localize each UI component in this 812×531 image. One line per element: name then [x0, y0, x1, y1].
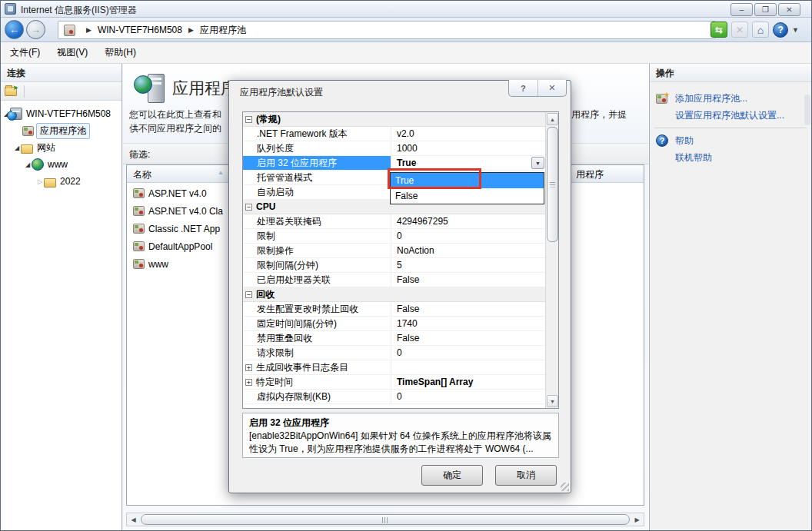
dropdown-option-false[interactable]: False — [391, 188, 544, 204]
grid-row[interactable]: 限制间隔(分钟) 5 — [243, 258, 545, 273]
collapse-icon[interactable]: − — [245, 204, 252, 211]
action-link[interactable]: 设置应用程序池默认设置... — [675, 109, 784, 122]
menu-view[interactable]: 视图(V) — [49, 43, 95, 62]
close-button[interactable]: ✕ — [778, 3, 800, 16]
save-connections-icon[interactable]: ➤ — [5, 87, 17, 96]
action-help[interactable]: ? 帮助 — [650, 132, 811, 149]
column-name[interactable]: 名称 — [133, 168, 151, 181]
refresh-button[interactable]: ⇆ — [710, 22, 727, 38]
breadcrumb-page[interactable]: 应用程序池 — [200, 24, 246, 37]
list-item-label[interactable]: DefaultAppPool — [148, 241, 212, 252]
collapse-icon[interactable]: − — [245, 291, 252, 298]
back-button[interactable]: ← — [5, 20, 24, 39]
page-description-line2: 供不同应用程序之间的 — [129, 122, 221, 135]
action-link[interactable]: 联机帮助 — [675, 151, 712, 164]
page-description-line1-cont: 用程序，并提 — [571, 108, 627, 121]
toolbar-divider — [24, 85, 25, 98]
apppool-defaults-dialog: 应用程序池默认设置 ? ✕ −(常规) .NET Framework 版本 v2… — [228, 80, 571, 493]
tree-item-label[interactable]: WIN-VTEF7H6M508 — [26, 108, 111, 119]
grid-row[interactable]: 虚拟内存限制(KB) 0 — [243, 390, 545, 404]
actions-scrollbar-thumb[interactable] — [804, 95, 810, 125]
scroll-up-icon[interactable]: ▲ — [547, 113, 558, 125]
grid-row[interactable]: 请求限制 0 — [243, 346, 545, 360]
list-item-label[interactable]: ASP.NET v4.0 — [148, 188, 207, 199]
grid-section-row[interactable]: −回收 — [243, 287, 545, 302]
maximize-button[interactable]: ❐ — [754, 3, 777, 16]
ok-button[interactable]: 确定 — [421, 465, 483, 486]
apppool-icon — [133, 188, 145, 198]
grid-row[interactable]: 限制操作 NoAction — [243, 244, 545, 258]
scroll-right-icon[interactable]: ▶ — [631, 513, 644, 526]
chevron-down-icon[interactable]: ▼ — [792, 26, 799, 34]
dialog-help-button[interactable]: ? — [509, 80, 537, 96]
globe-icon — [32, 158, 44, 171]
grid-row[interactable]: 队列长度 1000 — [243, 141, 545, 156]
scroll-left-icon[interactable]: ◀ — [127, 513, 140, 526]
tree-item-server[interactable]: ◢ WIN-VTEF7H6M508 — [1, 105, 121, 122]
grid-row[interactable]: 已启用处理器关联 False — [243, 273, 545, 287]
list-item-label[interactable]: Classic .NET App — [148, 224, 220, 234]
action-link[interactable]: 帮助 — [675, 134, 694, 148]
expand-icon[interactable]: + — [245, 364, 252, 371]
grid-row[interactable]: 固定时间间隔(分钟) 1740 — [243, 317, 545, 331]
resize-grip[interactable] — [561, 483, 569, 491]
tree-expander-icon[interactable]: ◢ — [13, 144, 21, 151]
action-set-defaults[interactable]: 设置应用程序池默认设置... — [650, 107, 811, 124]
folder-icon — [21, 144, 33, 154]
list-item-label[interactable]: www — [148, 259, 168, 270]
tree-item-label[interactable]: 应用程序池 — [36, 123, 90, 139]
combo-dropdown-button[interactable]: ▼ — [531, 157, 544, 169]
tree-item-label[interactable]: 2022 — [60, 176, 81, 187]
actions-header: 操作 — [650, 64, 811, 82]
menu-file[interactable]: 文件(F) — [2, 43, 48, 62]
tree-item-sites[interactable]: ◢ 网站 — [1, 139, 121, 156]
connections-panel: 连接 ➤ ◢ WIN-VTEF7H6M508 应用程序池 ◢ 网站 ◢ — [1, 64, 122, 530]
help-icon[interactable]: ? — [773, 22, 788, 38]
scroll-down-icon[interactable]: ▼ — [547, 395, 558, 407]
grid-row[interactable]: 处理器关联掩码 4294967295 — [243, 214, 545, 229]
action-add-apppool[interactable]: ★ 添加应用程序池... — [650, 90, 811, 107]
filter-label: 筛选: — [129, 148, 150, 161]
column-applications-fragment[interactable]: 用程序 — [571, 168, 604, 181]
collapse-icon[interactable]: − — [245, 116, 252, 123]
tree-item-www[interactable]: ◢ www — [1, 156, 121, 173]
tree-expander-icon[interactable]: ◢ — [24, 161, 32, 168]
breadcrumb[interactable]: ▶ WIN-VTEF7H6M508 ▶ 应用程序池 — [58, 21, 716, 39]
list-item-label[interactable]: ASP.NET v4.0 Cla — [148, 206, 223, 217]
tree-expander-icon[interactable]: ▷ — [36, 178, 44, 185]
menu-bar: 文件(F) 视图(V) 帮助(H) — [1, 42, 811, 64]
cancel-button[interactable]: 取消 — [495, 465, 557, 486]
minimize-button[interactable]: ‒ — [730, 3, 753, 16]
folder-icon — [44, 178, 56, 188]
home-button[interactable]: ⌂ — [752, 22, 769, 38]
tree-item-label[interactable]: 网站 — [37, 141, 55, 154]
grid-row[interactable]: .NET Framework 版本 v2.0 — [243, 127, 545, 141]
grid-section-row[interactable]: −(常规) — [243, 112, 545, 127]
menu-help[interactable]: 帮助(H) — [97, 43, 144, 62]
expand-icon[interactable]: + — [245, 379, 252, 386]
scrollbar-thumb[interactable] — [547, 127, 558, 242]
grid-row-expandable[interactable]: +生成回收事件日志条目 — [243, 360, 545, 375]
scrollbar-thumb[interactable] — [141, 514, 630, 525]
grid-row[interactable]: 发生配置更改时禁止回收 False — [243, 302, 545, 317]
site-icon — [64, 25, 75, 36]
actions-divider — [654, 128, 807, 128]
window-titlebar: Internet 信息服务(IIS)管理器 ‒ ❐ ✕ — [1, 1, 811, 18]
breadcrumb-server[interactable]: WIN-VTEF7H6M508 — [98, 25, 182, 35]
grid-scrollbar[interactable]: ▲ ▼ — [545, 112, 558, 408]
grid-row[interactable]: 限制 0 — [243, 229, 545, 244]
dialog-close-button[interactable]: ✕ — [537, 80, 567, 96]
tree-item-2022[interactable]: ▷ 2022 — [1, 173, 121, 190]
dropdown-option-true[interactable]: True — [391, 173, 544, 188]
breadcrumb-chevron-icon: ▶ — [80, 26, 98, 34]
grid-row-selected[interactable]: 启用 32 位应用程序 True ▼ — [243, 156, 545, 171]
apppool-icon — [133, 241, 145, 251]
forward-button[interactable]: → — [26, 20, 45, 39]
tree-item-label[interactable]: www — [48, 159, 68, 170]
grid-row-expandable[interactable]: +特定时间 TimeSpan[] Array — [243, 375, 545, 390]
action-link[interactable]: 添加应用程序池... — [675, 92, 747, 105]
tree-item-apppools[interactable]: 应用程序池 — [1, 122, 121, 139]
horizontal-scrollbar[interactable]: ◀ ▶ — [126, 513, 644, 526]
grid-row[interactable]: 禁用重叠回收 False — [243, 331, 545, 346]
action-online-help[interactable]: 联机帮助 — [650, 149, 811, 166]
